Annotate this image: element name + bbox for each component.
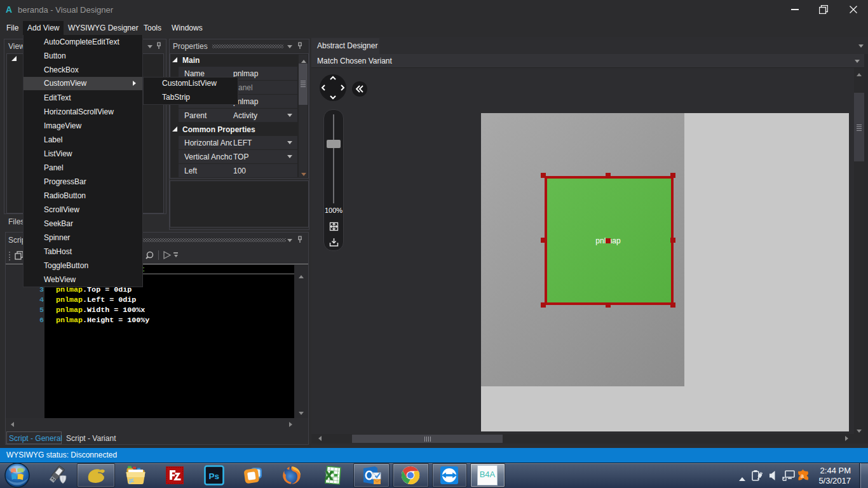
svg-text:a: a <box>801 473 804 479</box>
svg-text:Ps: Ps <box>209 471 220 481</box>
